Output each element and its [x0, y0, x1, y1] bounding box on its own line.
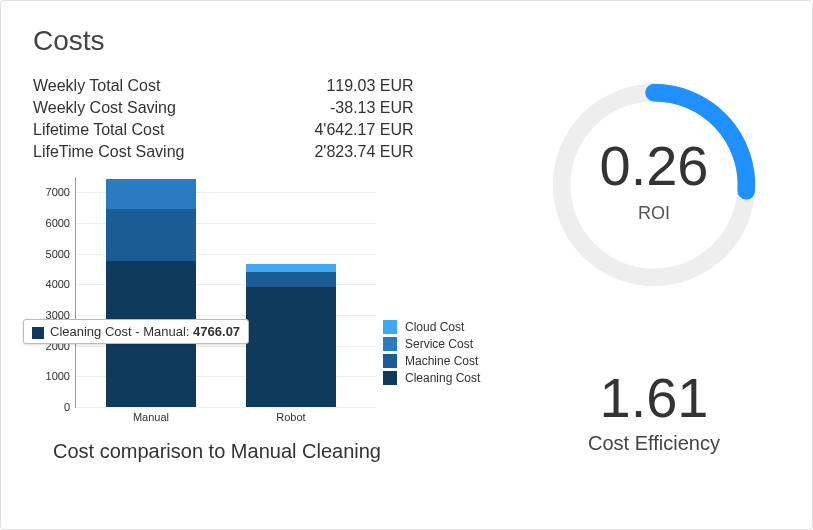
- metric-label: Weekly Total Cost: [33, 75, 314, 97]
- y-tick-label: 7000: [36, 186, 70, 198]
- card-title: Costs: [33, 25, 784, 57]
- tooltip-swatch: [32, 327, 44, 339]
- tooltip-series: Cleaning Cost: [50, 324, 132, 339]
- legend-swatch: [383, 371, 397, 385]
- legend-label: Cloud Cost: [405, 320, 464, 334]
- metric-value: 4'642.17 EUR: [314, 119, 413, 141]
- legend-item: Cleaning Cost: [383, 371, 480, 385]
- legend-label: Machine Cost: [405, 354, 478, 368]
- y-tick-label: 1000: [36, 370, 70, 382]
- chart-legend: Cloud CostService CostMachine CostCleani…: [383, 317, 480, 388]
- metric-label: Lifetime Total Cost: [33, 119, 314, 141]
- legend-item: Service Cost: [383, 337, 480, 351]
- x-tick-label: Manual: [106, 411, 196, 423]
- metric-value: 119.03 EUR: [314, 75, 413, 97]
- metric-value: -38.13 EUR: [314, 97, 413, 119]
- bar-robot[interactable]: [246, 264, 336, 407]
- right-column: 0.26 ROI 1.61 Cost Efficiency: [524, 75, 784, 463]
- chart-tooltip: Cleaning Cost - Manual: 4766.07: [23, 319, 249, 344]
- metric-value: 2'823.74 EUR: [314, 141, 413, 163]
- y-tick-label: 4000: [36, 278, 70, 290]
- costs-card: Costs Weekly Total Cost119.03 EURWeekly …: [0, 0, 813, 530]
- segment-machine-cost[interactable]: [106, 209, 196, 261]
- tooltip-value: 4766.07: [193, 324, 240, 339]
- segment-cleaning-cost[interactable]: [246, 287, 336, 407]
- segment-machine-cost[interactable]: [246, 272, 336, 287]
- roi-value: 0.26: [544, 133, 764, 198]
- legend-swatch: [383, 320, 397, 334]
- tooltip-category: Manual: [143, 324, 186, 339]
- legend-label: Cleaning Cost: [405, 371, 480, 385]
- roi-label: ROI: [544, 203, 764, 224]
- metric-row: Weekly Total Cost119.03 EUR: [33, 75, 414, 97]
- cost-efficiency-label: Cost Efficiency: [588, 432, 720, 455]
- y-tick-label: 0: [36, 401, 70, 413]
- legend-swatch: [383, 354, 397, 368]
- legend-swatch: [383, 337, 397, 351]
- y-tick-label: 5000: [36, 248, 70, 260]
- y-tick-label: 6000: [36, 217, 70, 229]
- legend-item: Machine Cost: [383, 354, 480, 368]
- x-tick-label: Robot: [246, 411, 336, 423]
- chart-plot-area[interactable]: 01000200030004000500060007000ManualRobot: [75, 177, 376, 408]
- cost-efficiency-kpi: 1.61 Cost Efficiency: [588, 365, 720, 455]
- cost-comparison-chart[interactable]: 01000200030004000500060007000ManualRobot…: [33, 177, 484, 463]
- cost-efficiency-value: 1.61: [588, 365, 720, 430]
- left-column: Weekly Total Cost119.03 EURWeekly Cost S…: [33, 75, 484, 463]
- segment-cloud-cost[interactable]: [246, 264, 336, 272]
- metrics-table: Weekly Total Cost119.03 EURWeekly Cost S…: [33, 75, 414, 163]
- chart-caption: Cost comparison to Manual Cleaning: [33, 440, 484, 463]
- metric-label: LifeTime Cost Saving: [33, 141, 314, 163]
- metric-row: Weekly Cost Saving-38.13 EUR: [33, 97, 414, 119]
- legend-item: Cloud Cost: [383, 320, 480, 334]
- roi-gauge: 0.26 ROI: [544, 75, 764, 295]
- metric-row: Lifetime Total Cost4'642.17 EUR: [33, 119, 414, 141]
- metric-row: LifeTime Cost Saving2'823.74 EUR: [33, 141, 414, 163]
- bar-manual[interactable]: [106, 179, 196, 407]
- legend-label: Service Cost: [405, 337, 473, 351]
- metric-label: Weekly Cost Saving: [33, 97, 314, 119]
- segment-service-cost[interactable]: [106, 179, 196, 208]
